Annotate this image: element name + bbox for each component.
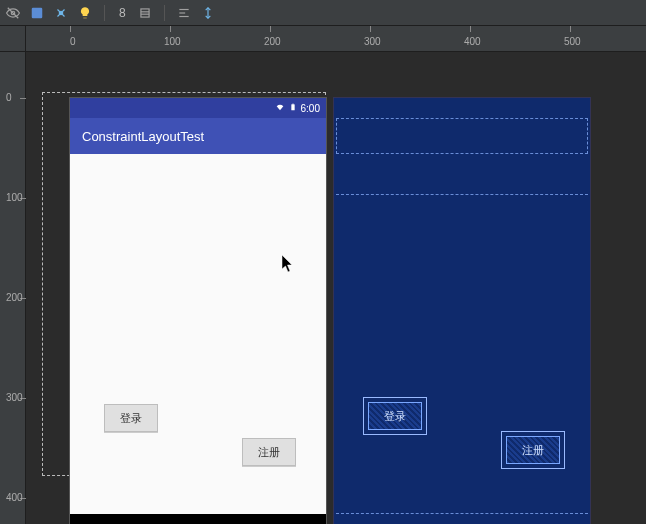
ruler-h-label: 300: [364, 36, 381, 47]
autoconnect-icon[interactable]: [54, 6, 68, 20]
ruler-h-label: 100: [164, 36, 181, 47]
blueprint-appbar-outline: [336, 118, 588, 154]
login-button-label: 登录: [120, 411, 142, 426]
wifi-icon: [275, 102, 285, 114]
blueprint-login-label: 登录: [384, 409, 406, 424]
status-time: 6:00: [301, 103, 320, 114]
lightbulb-icon[interactable]: [78, 6, 92, 20]
layout-toolbar: 8: [0, 0, 646, 26]
margin-dropdown-icon[interactable]: [138, 6, 152, 20]
blueprint-register-label: 注册: [522, 443, 544, 458]
battery-icon: [289, 102, 297, 114]
app-title: ConstraintLayoutTest: [82, 129, 204, 144]
status-bar: 6:00: [70, 98, 326, 118]
ruler-vertical: 0 100 200 300 400: [0, 52, 26, 524]
ruler-horizontal: 0 100 200 300 400 500: [26, 26, 646, 52]
ruler-v-label: 400: [6, 492, 23, 503]
ruler-h-label: 0: [70, 36, 76, 47]
ruler-v-label: 200: [6, 292, 23, 303]
ruler-h-label: 200: [264, 36, 281, 47]
ruler-v-label: 300: [6, 392, 23, 403]
svg-rect-2: [32, 7, 43, 18]
blueprint-register-button[interactable]: 注册: [506, 436, 560, 464]
blueprint-toggle-icon[interactable]: [30, 6, 44, 20]
toolbar-separator: [104, 5, 105, 21]
blueprint-login-button[interactable]: 登录: [368, 402, 422, 430]
center-vertical-icon[interactable]: [201, 6, 215, 20]
ruler-corner: [0, 26, 26, 52]
toolbar-separator: [164, 5, 165, 21]
android-nav-bar: [70, 514, 326, 524]
svg-rect-11: [291, 104, 294, 110]
blueprint-guideline: [336, 513, 588, 514]
constraint-layout-canvas[interactable]: 登录 注册: [70, 154, 326, 514]
svg-rect-4: [141, 8, 149, 16]
ruler-v-label: 100: [6, 192, 23, 203]
blueprint-preview-device: 登录 注册: [334, 98, 590, 524]
align-left-icon[interactable]: [177, 6, 191, 20]
default-margin-value[interactable]: 8: [117, 6, 128, 20]
design-preview-device: 6:00 ConstraintLayoutTest 登录 注册: [70, 98, 326, 524]
ruler-h-label: 400: [464, 36, 481, 47]
register-button-label: 注册: [258, 445, 280, 460]
blueprint-guideline: [336, 194, 588, 195]
app-bar: ConstraintLayoutTest: [70, 118, 326, 154]
login-button[interactable]: 登录: [104, 404, 158, 432]
ruler-h-label: 500: [564, 36, 581, 47]
register-button[interactable]: 注册: [242, 438, 296, 466]
svg-point-3: [59, 11, 63, 15]
svg-rect-12: [292, 104, 293, 105]
design-canvas: 0 100 200 300 400 500 0 100 200 300 400 …: [0, 26, 646, 524]
ruler-v-label: 0: [6, 92, 12, 103]
eye-off-icon[interactable]: [6, 6, 20, 20]
design-surface[interactable]: 6:00 ConstraintLayoutTest 登录 注册: [26, 52, 646, 524]
